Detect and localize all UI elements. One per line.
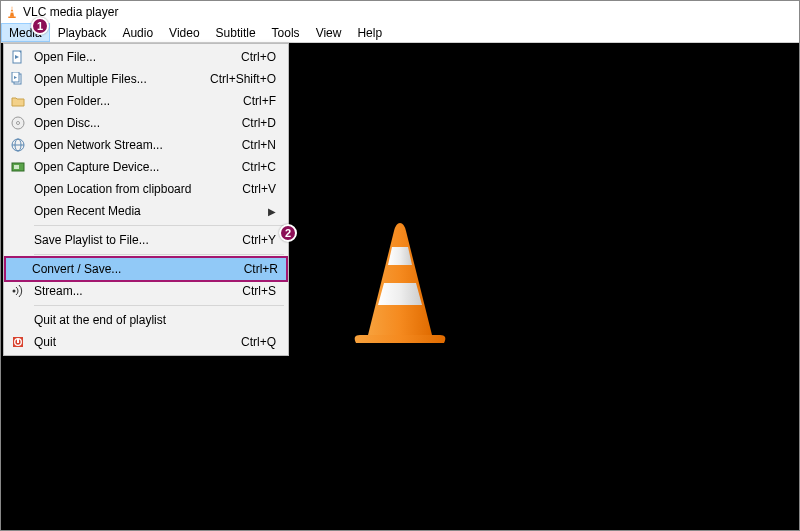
menu-item-shortcut: Ctrl+C: [200, 160, 276, 174]
menu-separator: [34, 305, 284, 306]
menu-item-open-capture-device[interactable]: Open Capture Device...Ctrl+C: [6, 156, 286, 178]
menu-item-label: Open Folder...: [30, 94, 200, 108]
menu-item-label: Open Recent Media: [30, 204, 266, 218]
menu-item-convert-save[interactable]: Convert / Save...Ctrl+R: [4, 256, 288, 282]
annotation-badge-1: 1: [31, 17, 49, 35]
menu-item-shortcut: Ctrl+V: [200, 182, 276, 196]
vlc-cone-icon: [5, 5, 19, 19]
menu-item-shortcut: Ctrl+O: [200, 50, 276, 64]
menu-video[interactable]: Video: [161, 23, 207, 42]
menu-item-shortcut: Ctrl+R: [202, 262, 278, 276]
menu-item-label: Quit at the end of playlist: [30, 313, 276, 327]
menu-separator: [34, 225, 284, 226]
svg-point-18: [13, 290, 16, 293]
menu-item-quit-at-the-end-of-playlist[interactable]: Quit at the end of playlist: [6, 309, 286, 331]
menu-item-save-playlist-to-file[interactable]: Save Playlist to File...Ctrl+Y: [6, 229, 286, 251]
menu-subtitle[interactable]: Subtitle: [208, 23, 264, 42]
menu-audio[interactable]: Audio: [114, 23, 161, 42]
menu-item-shortcut: Ctrl+S: [200, 284, 276, 298]
menu-help[interactable]: Help: [349, 23, 390, 42]
menu-item-open-multiple-files[interactable]: Open Multiple Files...Ctrl+Shift+O: [6, 68, 286, 90]
menu-item-shortcut: Ctrl+F: [200, 94, 276, 108]
menu-item-label: Open Location from clipboard: [30, 182, 200, 196]
svg-rect-20: [17, 339, 19, 343]
menu-item-open-location-from-clipboard[interactable]: Open Location from clipboardCtrl+V: [6, 178, 286, 200]
menu-item-stream[interactable]: Stream...Ctrl+S: [6, 280, 286, 302]
menu-item-label: Convert / Save...: [28, 262, 202, 276]
vlc-cone-logo-icon: [340, 217, 460, 357]
menu-item-label: Open File...: [30, 50, 200, 64]
menu-item-label: Quit: [30, 335, 200, 349]
capture-icon: [6, 160, 30, 174]
menu-item-label: Open Disc...: [30, 116, 200, 130]
menu-item-open-folder[interactable]: Open Folder...Ctrl+F: [6, 90, 286, 112]
svg-rect-17: [14, 165, 19, 169]
media-dropdown: Open File...Ctrl+OOpen Multiple Files...…: [3, 43, 289, 356]
menu-tools[interactable]: Tools: [264, 23, 308, 42]
menu-separator: [34, 254, 284, 255]
submenu-arrow-icon: ▶: [266, 206, 276, 217]
svg-rect-3: [8, 16, 15, 18]
svg-marker-0: [10, 6, 14, 17]
svg-rect-2: [10, 11, 13, 12]
annotation-badge-2: 2: [279, 224, 297, 242]
folder-icon: [6, 94, 30, 108]
network-icon: [6, 138, 30, 152]
menubar: Media Playback Audio Video Subtitle Tool…: [1, 23, 799, 43]
svg-rect-1: [11, 9, 13, 10]
svg-point-12: [17, 122, 20, 125]
menu-item-shortcut: Ctrl+Q: [200, 335, 276, 349]
titlebar: VLC media player: [1, 1, 799, 23]
stream-icon: [6, 284, 30, 298]
menu-item-shortcut: Ctrl+N: [200, 138, 276, 152]
disc-icon: [6, 116, 30, 130]
menu-item-label: Open Capture Device...: [30, 160, 200, 174]
menu-item-label: Open Multiple Files...: [30, 72, 200, 86]
menu-playback[interactable]: Playback: [50, 23, 115, 42]
menu-view[interactable]: View: [308, 23, 350, 42]
menu-item-shortcut: Ctrl+D: [200, 116, 276, 130]
menu-item-label: Open Network Stream...: [30, 138, 200, 152]
menu-item-open-recent-media[interactable]: Open Recent Media▶: [6, 200, 286, 222]
menu-item-open-disc[interactable]: Open Disc...Ctrl+D: [6, 112, 286, 134]
menu-item-quit[interactable]: QuitCtrl+Q: [6, 331, 286, 353]
menu-item-shortcut: Ctrl+Shift+O: [200, 72, 276, 86]
menu-item-shortcut: Ctrl+Y: [200, 233, 276, 247]
menu-item-open-network-stream[interactable]: Open Network Stream...Ctrl+N: [6, 134, 286, 156]
file-icon: [6, 50, 30, 64]
menu-item-label: Save Playlist to File...: [30, 233, 200, 247]
menu-item-open-file[interactable]: Open File...Ctrl+O: [6, 46, 286, 68]
menu-item-label: Stream...: [30, 284, 200, 298]
files-icon: [6, 72, 30, 86]
quit-icon: [6, 335, 30, 349]
